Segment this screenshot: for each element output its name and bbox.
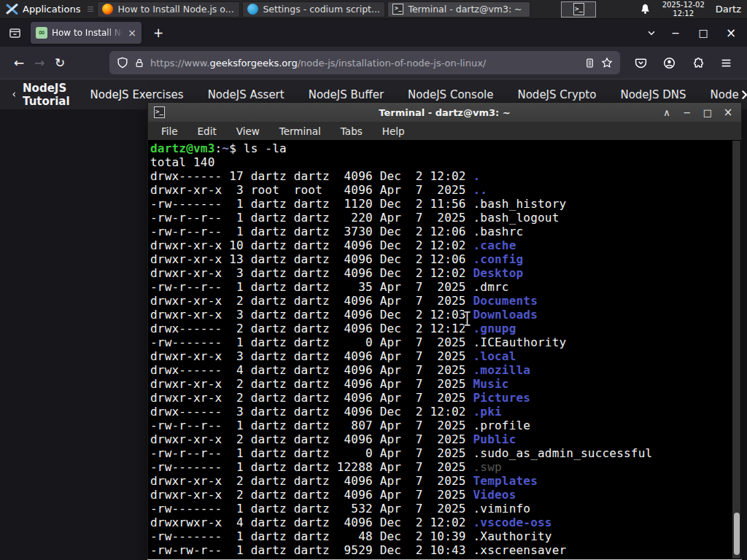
codium-icon (247, 4, 258, 15)
gfg-favicon: ∞ (36, 27, 47, 39)
terminal-line: drwxr-xr-x 2 dartz dartz 4096 Apr 7 2025… (150, 294, 741, 308)
nav-item-truncated[interactable]: Node (711, 88, 739, 101)
tracking-protection-shield-icon[interactable] (117, 57, 128, 69)
reader-view-icon[interactable] (584, 58, 595, 69)
taskbar-window-terminal[interactable]: >_ Terminal - dartz@vm3: ~ (387, 1, 530, 18)
menu-help[interactable]: Help (382, 125, 405, 137)
tab-close-icon[interactable]: × (128, 28, 136, 38)
mouse-ibeam-cursor (462, 311, 472, 327)
navigation-toolbar: ← → ↻ https://www.geeksforgeeks.org/node… (0, 47, 747, 79)
url-text: https://www.geeksforgeeks.org/node-js/in… (150, 58, 578, 69)
terminal-screen[interactable]: dartz@vm3:~$ ls -latotal 140drwx------ 1… (148, 140, 741, 559)
applications-label: Applications (23, 4, 80, 15)
terminal-minimize-button[interactable]: − (680, 106, 694, 119)
nav-item-assert[interactable]: NodeJS Assert (208, 88, 285, 101)
forward-button[interactable]: → (29, 52, 50, 73)
terminal-shade-button[interactable]: ∧ (659, 106, 674, 119)
terminal-line: -rw-r--r-- 1 dartz dartz 35 Apr 7 2025 .… (150, 280, 741, 294)
terminal-close-button[interactable]: × (721, 106, 735, 119)
terminal-icon: >_ (573, 3, 584, 15)
nav-item-dns[interactable]: NodeJS DNS (620, 88, 686, 101)
nav-item-console[interactable]: NodeJS Console (408, 88, 493, 101)
window-maximize-button[interactable]: □ (694, 27, 712, 39)
terminal-line: -rw------- 1 dartz dartz 1120 Dec 2 11:5… (150, 197, 741, 211)
menu-edit[interactable]: Edit (198, 125, 217, 137)
terminal-line: drwxr-xr-x 13 dartz dartz 4096 Dec 2 12:… (150, 252, 741, 266)
terminal-line: drwxr-xr-x 2 dartz dartz 4096 Apr 7 2025… (150, 474, 741, 488)
terminal-line: -rw-r--r-- 1 dartz dartz 807 Apr 7 2025 … (150, 419, 741, 432)
clock-date: 2025-12-02 (662, 1, 705, 9)
menu-terminal[interactable]: Terminal (279, 125, 321, 137)
lock-icon[interactable] (134, 58, 144, 69)
terminal-maximize-button[interactable]: □ (700, 106, 715, 119)
url-bar[interactable]: https://www.geeksforgeeks.org/node-js/in… (109, 51, 620, 74)
terminal-line: drwxr-xr-x 10 dartz dartz 4096 Dec 2 12:… (150, 238, 741, 252)
terminal-line: drwxr-xr-x 3 dartz dartz 4096 Apr 7 2025… (150, 349, 741, 363)
clock-time: 12:12 (662, 9, 705, 18)
taskbar-window-firefox[interactable]: How to Install Node.js o... (97, 1, 240, 18)
taskbar-window-label: Settings - codium script... (263, 4, 379, 15)
account-icon[interactable] (659, 52, 679, 73)
terminal-line: drwxr-xr-x 2 dartz dartz 4096 Apr 7 2025… (150, 432, 741, 446)
applications-menu-button[interactable]: Applications (0, 0, 86, 18)
top-panel: Applications How to Install Node.js o...… (0, 0, 747, 19)
menu-hamburger-icon[interactable] (716, 52, 736, 73)
taskbar-window-label: How to Install Node.js o... (117, 4, 233, 15)
terminal-line: -rw------- 1 dartz dartz 532 Apr 7 2025 … (150, 502, 741, 516)
tab-bar: ∞ How to Install Node.js on × + − □ × (0, 19, 747, 47)
terminal-line: -rw-r--r-- 1 dartz dartz 3730 Dec 2 12:0… (150, 225, 741, 238)
terminal-line: drwxr-xr-x 2 dartz dartz 4096 Apr 7 2025… (150, 377, 741, 391)
url-scheme: https://www. (150, 58, 209, 69)
taskbar-window-label: Terminal - dartz@vm3: ~ (408, 4, 522, 15)
notification-bell-icon[interactable] (639, 3, 651, 15)
terminal-output: dartz@vm3:~$ ls -latotal 140drwx------ 1… (148, 140, 741, 557)
window-minimize-button[interactable]: − (667, 27, 684, 39)
nav-item-buffer[interactable]: NodeJS Buffer (309, 88, 384, 101)
terminal-line: drwx------ 3 dartz dartz 4096 Dec 2 12:0… (150, 405, 741, 419)
pocket-icon[interactable] (630, 52, 651, 73)
firefox-icon (102, 4, 113, 15)
terminal-line: drwxr-xr-x 3 dartz dartz 4096 Dec 2 12:0… (150, 308, 741, 322)
terminal-line: -rw------- 1 dartz dartz 12288 Apr 7 202… (150, 460, 741, 474)
menu-file[interactable]: File (161, 125, 178, 137)
url-domain: geeksforgeeks.org (209, 58, 297, 69)
nav-item-exercises[interactable]: NodeJS Exercises (90, 88, 184, 101)
menu-tabs[interactable]: Tabs (341, 125, 363, 137)
bookmark-star-icon[interactable] (601, 57, 613, 69)
terminal-line: drwxrwxr-x 4 dartz dartz 4096 Dec 2 12:0… (150, 516, 741, 529)
terminal-title: Terminal - dartz@vm3: ~ (148, 107, 741, 118)
terminal-line: total 140 (150, 155, 741, 169)
list-tabs-chevron-icon[interactable] (646, 28, 657, 38)
reload-button[interactable]: ↻ (50, 52, 70, 73)
terminal-line: -rw-r--r-- 1 dartz dartz 0 Apr 7 2025 .s… (150, 446, 741, 460)
window-close-button[interactable]: × (722, 26, 740, 40)
url-path: /node-js/installation-of-node-js-on-linu… (298, 58, 487, 69)
menu-view[interactable]: View (236, 125, 260, 137)
xubuntu-logo-icon (6, 3, 18, 15)
terminal-line: drwxr-xr-x 3 dartz dartz 4096 Dec 2 12:0… (150, 266, 741, 280)
terminal-line: drwxr-xr-x 2 dartz dartz 4096 Apr 7 2025… (150, 391, 741, 405)
extensions-puzzle-icon[interactable] (687, 52, 708, 73)
tab-geeksforgeeks[interactable]: ∞ How to Install Node.js on × (31, 22, 142, 44)
panel-clock[interactable]: 2025-12-02 12:12 (662, 1, 705, 18)
workspace-switcher[interactable]: >_ (561, 1, 596, 18)
firefox-view-icon[interactable] (4, 23, 25, 43)
taskbar-window-codium[interactable]: Settings - codium script... (242, 1, 385, 18)
nav-item-tutorial[interactable]: NodeJS Tutorial (12, 82, 74, 108)
terminal-icon: >_ (392, 4, 403, 15)
terminal-line: drwx------ 4 dartz dartz 4096 Apr 7 2025… (150, 363, 741, 377)
terminal-line: drwxr-xr-x 3 root root 4096 Apr 7 2025 .… (150, 183, 741, 197)
nav-scroll-right-chevron-icon[interactable] (739, 89, 747, 101)
terminal-line: -rw------- 1 dartz dartz 0 Apr 7 2025 .I… (150, 335, 741, 349)
new-tab-button[interactable]: + (149, 23, 168, 42)
terminal-titlebar[interactable]: >_ Terminal - dartz@vm3: ~ ∧ − □ × (148, 103, 741, 122)
nav-item-crypto[interactable]: NodeJS Crypto (517, 88, 596, 101)
terminal-scrollbar-thumb[interactable] (734, 513, 740, 555)
terminal-line: drwx------ 2 dartz dartz 4096 Dec 2 12:1… (150, 322, 741, 335)
terminal-line: drwxr-xr-x 2 dartz dartz 4096 Apr 7 2025… (150, 488, 741, 502)
back-button[interactable]: ← (9, 52, 29, 73)
terminal-menubar: File Edit View Terminal Tabs Help (148, 122, 741, 140)
terminal-icon: >_ (154, 106, 165, 118)
panel-separator-handle (88, 4, 93, 15)
terminal-scrollbar[interactable] (732, 141, 740, 559)
